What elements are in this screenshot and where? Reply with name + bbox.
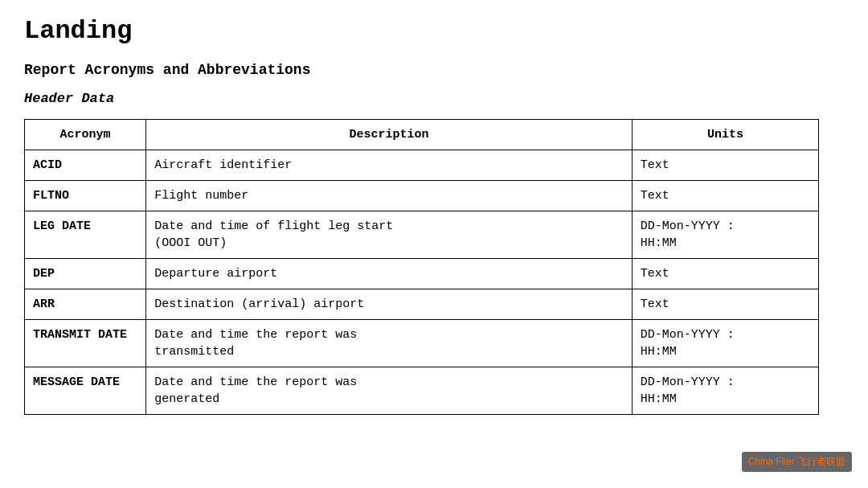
cell-acronym: LEG DATE xyxy=(25,211,146,259)
col-header-acronym: Acronym xyxy=(25,120,146,150)
cell-acronym: ARR xyxy=(25,289,146,320)
cell-units: DD-Mon-YYYY : HH:MM xyxy=(632,211,819,259)
cell-acronym: MESSAGE DATE xyxy=(25,367,146,415)
cell-units: Text xyxy=(632,181,819,211)
cell-units: DD-Mon-YYYY : HH:MM xyxy=(632,367,819,415)
cell-description: Destination (arrival) airport xyxy=(146,289,633,320)
table-row: FLTNOFlight numberText xyxy=(25,181,819,211)
table-header-row: Acronym Description Units xyxy=(25,120,819,150)
cell-acronym: TRANSMIT DATE xyxy=(25,320,146,367)
cell-units: Text xyxy=(632,289,819,320)
table-row: LEG DATEDate and time of flight leg star… xyxy=(25,211,819,259)
acronyms-table: Acronym Description Units ACIDAircraft i… xyxy=(24,119,819,415)
cell-description: Aircraft identifier xyxy=(146,150,633,181)
section-heading: Report Acronyms and Abbreviations xyxy=(24,62,844,78)
col-header-description: Description xyxy=(146,120,633,150)
table-row: MESSAGE DATEDate and time the report was… xyxy=(25,367,819,415)
table-row: TRANSMIT DATEDate and time the report wa… xyxy=(25,320,819,367)
watermark: China Flier 飞行者联盟 xyxy=(742,452,852,472)
table-row: ARRDestination (arrival) airportText xyxy=(25,289,819,320)
cell-description: Date and time the report was generated xyxy=(146,367,633,415)
col-header-units: Units xyxy=(632,120,819,150)
table-row: DEPDeparture airportText xyxy=(25,259,819,289)
cell-units: Text xyxy=(632,259,819,289)
cell-description: Flight number xyxy=(146,181,633,211)
cell-units: Text xyxy=(632,150,819,181)
cell-acronym: DEP xyxy=(25,259,146,289)
page-title: Landing xyxy=(24,16,844,46)
cell-description: Date and time the report was transmitted xyxy=(146,320,633,367)
cell-acronym: ACID xyxy=(25,150,146,181)
cell-acronym: FLTNO xyxy=(25,181,146,211)
cell-units: DD-Mon-YYYY : HH:MM xyxy=(632,320,819,367)
table-row: ACIDAircraft identifierText xyxy=(25,150,819,181)
sub-heading: Header Data xyxy=(24,91,844,106)
cell-description: Departure airport xyxy=(146,259,633,289)
cell-description: Date and time of flight leg start (OOOI … xyxy=(146,211,633,259)
